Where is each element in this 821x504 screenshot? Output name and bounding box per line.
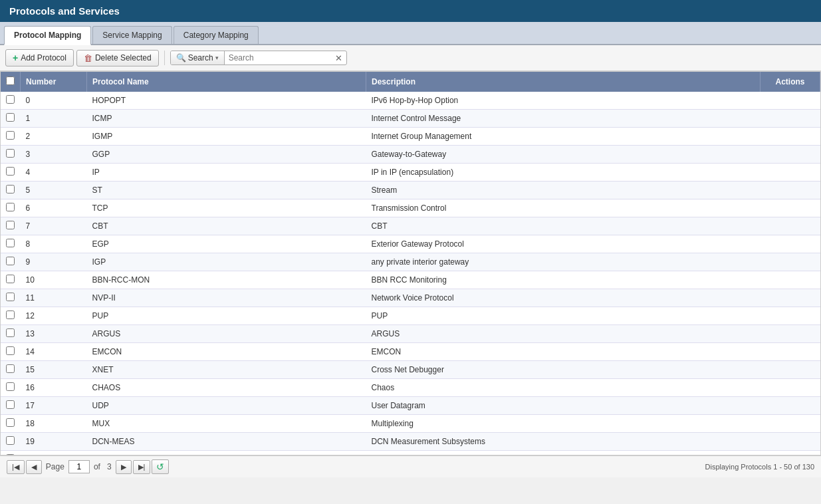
table-row: 11 NVP-II Network Voice Protocol [1,289,820,307]
row-checkbox-cell [1,110,21,128]
row-number: 10 [21,271,87,289]
plus-icon: + [13,53,18,63]
row-protocol-name: HOPOPT [87,92,366,110]
last-page-icon: ▶| [138,463,146,471]
search-type-button[interactable]: 🔍 Search ▾ [171,51,225,64]
row-number: 17 [21,397,87,415]
row-number: 11 [21,289,87,307]
header-number: Number [21,72,87,92]
table-row: 17 UDP User Datagram [1,397,820,415]
header-checkbox-col [1,72,21,92]
first-page-button[interactable]: |◀ [7,460,25,474]
row-description: DCN Measurement Subsystems [366,433,761,451]
next-page-button[interactable]: ▶ [116,460,132,474]
row-checkbox[interactable] [6,185,15,193]
delete-selected-button[interactable]: 🗑 Delete Selected [76,50,159,66]
row-actions [761,271,820,289]
row-checkbox[interactable] [6,328,15,337]
row-checkbox[interactable] [6,203,15,211]
row-checkbox[interactable] [6,239,15,247]
row-protocol-name: ST [87,182,366,199]
table-row: 15 XNET Cross Net Debugger [1,361,820,379]
row-checkbox-cell [1,415,21,433]
table-row: 13 ARGUS ARGUS [1,325,820,343]
row-actions [761,199,820,217]
row-checkbox[interactable] [6,364,15,373]
row-checkbox[interactable] [6,257,15,265]
tab-protocol-mapping[interactable]: Protocol Mapping [4,26,91,45]
first-page-icon: |◀ [12,463,19,471]
row-actions [761,289,820,307]
search-clear-button[interactable]: ✕ [331,52,346,64]
next-page-icon: ▶ [121,463,126,471]
row-checkbox[interactable] [6,293,15,301]
row-description: Cross Net Debugger [366,361,761,379]
row-number: 9 [21,253,87,271]
refresh-button[interactable]: ↺ [152,459,169,474]
row-protocol-name: DCN-MEAS [87,433,366,451]
row-checkbox-cell [1,307,21,325]
row-checkbox[interactable] [6,275,15,283]
row-description: Stream [366,182,761,199]
row-actions [761,235,820,253]
row-number: 7 [21,217,87,235]
row-description: Internet Control Message [366,110,761,128]
row-checkbox[interactable] [6,167,15,176]
row-protocol-name: EGP [87,235,366,253]
table-row: 19 DCN-MEAS DCN Measurement Subsystems [1,433,820,451]
row-checkbox[interactable] [6,113,15,122]
page-label: Page [46,462,64,471]
row-checkbox[interactable] [6,382,15,391]
select-all-checkbox[interactable] [6,76,15,85]
table-row: 1 ICMP Internet Control Message [1,110,820,128]
page-number-input[interactable] [68,460,90,473]
table-body: 0 HOPOPT IPv6 Hop-by-Hop Option 1 ICMP I… [1,92,820,455]
row-actions [761,128,820,146]
toolbar-divider [164,51,165,65]
row-actions [761,253,820,271]
row-protocol-name: GGP [87,146,366,164]
row-protocol-name: ICMP [87,110,366,128]
row-checkbox[interactable] [6,221,15,229]
row-checkbox[interactable] [6,346,15,355]
row-checkbox[interactable] [6,436,15,445]
row-checkbox[interactable] [6,418,15,427]
row-protocol-name: BBN-RCC-MON [87,271,366,289]
row-number: 8 [21,235,87,253]
row-number: 4 [21,164,87,182]
table-row: 5 ST Stream [1,182,820,199]
row-actions [761,343,820,361]
row-checkbox[interactable] [6,149,15,158]
row-actions [761,397,820,415]
add-protocol-button[interactable]: + Add Protocol [5,49,74,66]
row-number: 3 [21,146,87,164]
row-number: 19 [21,433,87,451]
header-protocol-name: Protocol Name [87,72,366,92]
row-checkbox-cell [1,92,21,110]
prev-page-button[interactable]: ◀ [26,460,42,474]
row-checkbox-cell [1,433,21,451]
row-number: 5 [21,182,87,199]
row-checkbox-cell [1,199,21,217]
row-checkbox[interactable] [6,311,15,319]
protocols-table: Number Protocol Name Description Actions… [1,72,820,455]
row-number: 1 [21,110,87,128]
last-page-button[interactable]: ▶| [133,460,151,474]
row-actions [761,451,820,456]
table-row: 3 GGP Gateway-to-Gateway [1,146,820,164]
pagination-bar: |◀ ◀ Page of 3 ▶ ▶| ↺ Displaying Protoco… [0,455,821,477]
tab-service-mapping[interactable]: Service Mapping [92,26,172,44]
of-label: of [94,462,100,471]
tab-category-mapping[interactable]: Category Mapping [174,26,259,44]
row-description: IP in IP (encapsulation) [366,164,761,182]
row-checkbox-cell [1,146,21,164]
row-number: 12 [21,307,87,325]
page-navigation: |◀ ◀ Page of 3 ▶ ▶| ↺ [7,459,169,474]
row-checkbox[interactable] [6,95,15,104]
row-checkbox-cell [1,271,21,289]
row-checkbox[interactable] [6,400,15,409]
row-checkbox[interactable] [6,131,15,140]
search-input[interactable] [225,51,331,64]
row-checkbox-cell [1,128,21,146]
row-description: Host Monitoring [366,451,761,456]
